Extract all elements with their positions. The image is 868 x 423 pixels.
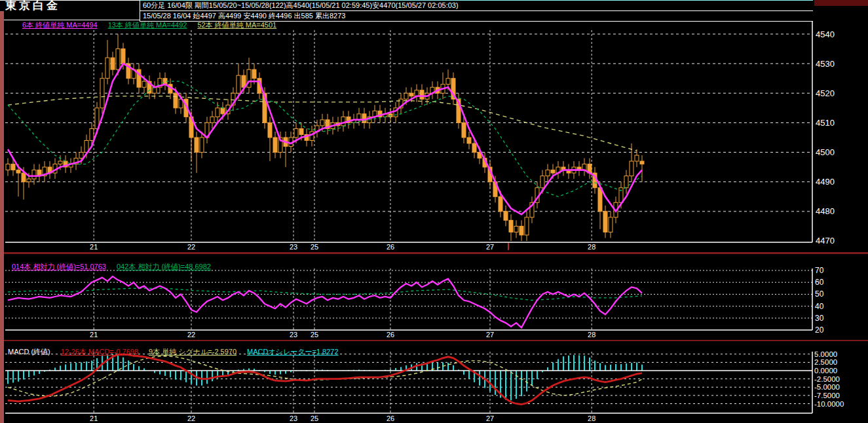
svg-text:4500: 4500 <box>816 147 835 157</box>
svg-text:25: 25 <box>311 243 318 251</box>
svg-text:70: 70 <box>815 266 824 275</box>
chart-canvas[interactable]: 4540453045204510450044904480447021222325… <box>0 0 868 423</box>
svg-text:22: 22 <box>187 414 195 422</box>
rsi14-legend-label: 014本 相対力 (終値)=51.0763 <box>12 263 106 270</box>
macd-panel[interactable]: 212223252627285.00002.50000.0000-2.5000-… <box>5 350 844 422</box>
main-price-panel[interactable]: 4540453045204510450044904480447021222325… <box>0 0 835 251</box>
svg-text:20: 20 <box>815 325 824 335</box>
rsi-legend: 014本 相対力 (終値)=51.0763042本 相対力 (終値)=48.69… <box>12 262 221 272</box>
svg-text:26: 26 <box>387 414 394 422</box>
quote-info-box: 60分足 16/04限 期間15/05/20~15/05/28(122)高454… <box>140 0 813 22</box>
ma6-legend-label: 6本 終値単純 MA=4494 <box>22 21 98 29</box>
svg-text:25: 25 <box>311 331 318 339</box>
svg-text:5.0000: 5.0000 <box>814 350 837 358</box>
svg-text:4540: 4540 <box>816 29 835 39</box>
rsi14-line <box>8 276 642 327</box>
instrument-title: 東京白金 <box>5 0 60 11</box>
ma52-legend-label: 52本 終値単純 MA=4501 <box>197 21 276 29</box>
rsi-panel[interactable]: 21222325262728706050403020 <box>5 266 824 339</box>
macd-legend: MACD (終値)12-26本 MACD=-0.76989本 単純 シグナル=-… <box>8 347 349 357</box>
svg-text:23: 23 <box>290 243 297 251</box>
svg-text:50: 50 <box>815 289 824 299</box>
svg-text:28: 28 <box>588 243 595 251</box>
svg-text:-2.5000: -2.5000 <box>814 375 840 383</box>
svg-text:27: 27 <box>486 414 494 422</box>
svg-text:22: 22 <box>187 331 195 339</box>
svg-text:-5.0000: -5.0000 <box>814 383 840 391</box>
svg-text:-7.5000: -7.5000 <box>814 392 840 399</box>
svg-text:4480: 4480 <box>816 206 835 216</box>
oscillator-legend-label: MACDオシレーター=1.8272 <box>247 348 339 356</box>
svg-text:26: 26 <box>387 331 394 339</box>
svg-text:25: 25 <box>311 414 318 422</box>
top-right-corner-block <box>814 0 868 6</box>
left-border-strip <box>0 11 4 423</box>
svg-text:26: 26 <box>387 243 394 251</box>
svg-text:30: 30 <box>815 314 824 323</box>
macd-legend-label: 12-26本 MACD=-0.7698 <box>61 348 138 356</box>
svg-text:27: 27 <box>486 243 494 251</box>
svg-text:21: 21 <box>90 331 98 339</box>
svg-text:-10.0000: -10.0000 <box>814 400 844 408</box>
svg-text:4490: 4490 <box>816 177 835 187</box>
svg-text:0.0000: 0.0000 <box>814 367 837 375</box>
svg-text:2.5000: 2.5000 <box>814 358 837 366</box>
svg-text:4470: 4470 <box>816 236 835 246</box>
svg-text:60: 60 <box>815 278 824 287</box>
period-info-line: 60分足 16/04限 期間15/05/20~15/05/28(122)高454… <box>140 1 813 11</box>
svg-text:28: 28 <box>588 414 595 422</box>
candlestick-series <box>6 34 644 241</box>
signal-legend-label: 9本 単純 シグナル=-2.5970 <box>149 348 236 356</box>
svg-text:4530: 4530 <box>816 59 835 69</box>
macd-line <box>8 354 642 405</box>
svg-text:40: 40 <box>815 302 824 311</box>
panel-separator-1 <box>0 252 868 254</box>
ma13-legend-label: 13本 終値単純 MA=4492 <box>108 21 187 29</box>
svg-text:23: 23 <box>290 414 297 422</box>
svg-text:21: 21 <box>90 414 98 422</box>
rsi42-legend-label: 042本 相対力 (終値)=48.6982 <box>117 263 211 270</box>
macd-panel-title: MACD (終値) <box>8 348 50 356</box>
svg-text:28: 28 <box>588 331 595 339</box>
svg-text:4520: 4520 <box>816 88 835 98</box>
svg-text:23: 23 <box>290 331 297 339</box>
panel-separator-2 <box>0 340 868 341</box>
chart-window: 東京白金 60分足 16/04限 期間15/05/20~15/05/28(122… <box>0 0 868 423</box>
svg-text:22: 22 <box>187 243 195 251</box>
ma-legend: 6本 終値単純 MA=449413本 終値単純 MA=449252本 終値単純 … <box>22 20 287 30</box>
svg-text:21: 21 <box>90 243 98 251</box>
macd-histogram <box>8 354 642 401</box>
svg-text:4510: 4510 <box>816 118 835 128</box>
svg-text:27: 27 <box>486 331 494 339</box>
